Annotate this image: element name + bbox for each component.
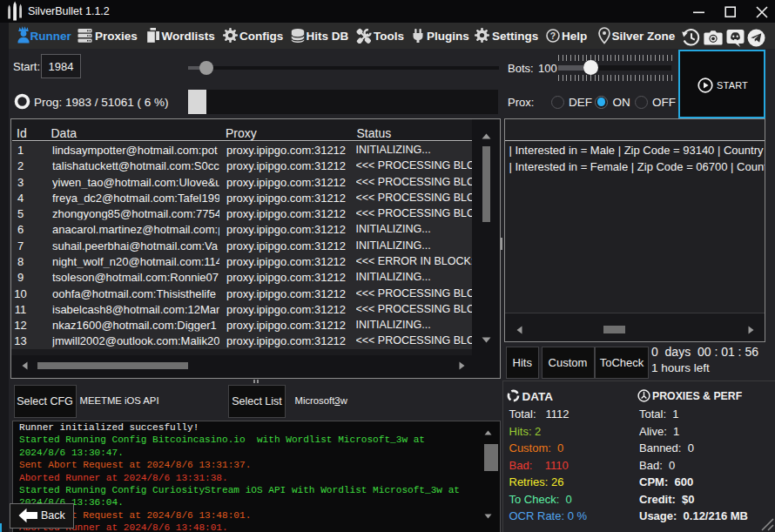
svg-text:?: ? <box>550 30 556 41</box>
